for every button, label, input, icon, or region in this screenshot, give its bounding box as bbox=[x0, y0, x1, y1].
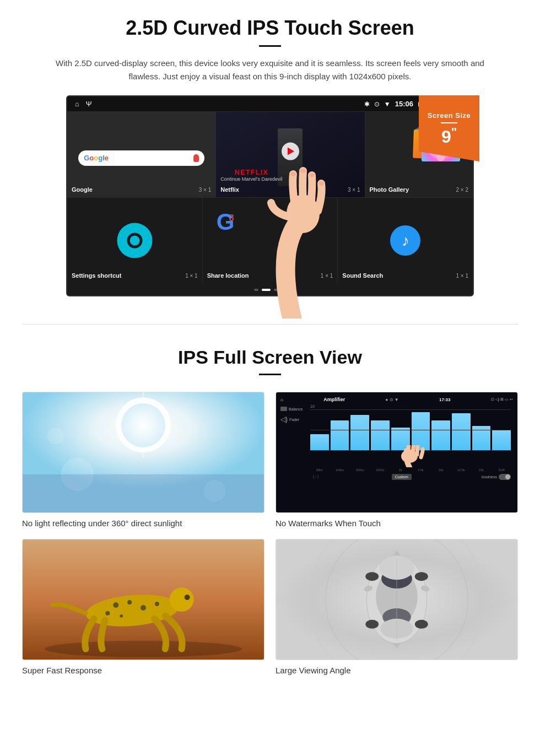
features-grid: No light reflecting under 360° direct su… bbox=[22, 392, 518, 675]
svg-point-32 bbox=[47, 428, 64, 444]
feature-cheetah-label: Super Fast Response bbox=[22, 666, 264, 675]
google-logo: Google bbox=[84, 154, 109, 162]
freq-15k: 15k bbox=[472, 468, 491, 472]
freq-2k5: 2.5k bbox=[412, 468, 430, 472]
svg-rect-11 bbox=[133, 252, 137, 257]
feature-image-amplifier: ⌂ Amplifier ● ⊙ ▼ 17:33 ⊡ ◁) ⊠ ▭ ↩ Balan… bbox=[276, 392, 518, 513]
feature-sunlight: No light reflecting under 360° direct su… bbox=[22, 392, 264, 528]
app-cell-sound[interactable]: ♪ Sound Search 1 × 1 bbox=[338, 198, 473, 283]
feature-image-cheetah bbox=[22, 539, 264, 660]
svg-point-60 bbox=[415, 620, 428, 629]
amplifier-visual: ⌂ Amplifier ● ⊙ ▼ 17:33 ⊡ ◁) ⊠ ▭ ↩ Balan… bbox=[276, 392, 517, 512]
amp-time: 17:33 bbox=[439, 397, 450, 402]
svg-point-58 bbox=[415, 572, 428, 581]
app-row-2: Settings shortcut 1 × 1 G 8 Share locati… bbox=[67, 197, 473, 283]
section1-title: 2.5D Curved IPS Touch Screen bbox=[22, 17, 518, 40]
amp-nav: 〈· 〉 bbox=[310, 474, 321, 480]
badge-label: Screen Size bbox=[428, 111, 471, 120]
freq-100hz: 100hz bbox=[331, 468, 349, 472]
eq-bar-1 bbox=[310, 434, 329, 451]
screen-size-badge: Screen Size 9" bbox=[419, 95, 479, 161]
sound-icon: ♪ bbox=[390, 225, 420, 256]
play-button[interactable] bbox=[282, 142, 299, 160]
dot-3 bbox=[274, 289, 278, 291]
pagination bbox=[67, 283, 473, 295]
google-size: 3 × 1 bbox=[199, 187, 212, 193]
svg-point-38 bbox=[170, 587, 194, 612]
freq-12k5: 12.5k bbox=[452, 468, 471, 472]
eq-scale-top: 10 bbox=[308, 404, 513, 408]
status-time: 15:06 bbox=[395, 100, 413, 108]
netflix-size: 3 × 1 bbox=[348, 187, 360, 193]
section1-description: With 2.5D curved-display screen, this de… bbox=[44, 57, 496, 83]
feature-cheetah: Super Fast Response bbox=[22, 539, 264, 675]
feature-amplifier-label: No Watermarks When Touch bbox=[276, 519, 518, 528]
photogallery-label: Photo Gallery bbox=[370, 186, 409, 193]
sun-glow bbox=[121, 403, 165, 447]
svg-point-59 bbox=[365, 620, 379, 629]
g-letter: G bbox=[217, 209, 235, 235]
custom-btn[interactable]: Custom bbox=[392, 474, 412, 480]
svg-point-43 bbox=[155, 602, 159, 606]
google-label: Google bbox=[72, 186, 93, 193]
section2-title: IPS Full Screen View bbox=[22, 347, 518, 368]
svg-point-41 bbox=[141, 605, 146, 611]
svg-point-34 bbox=[401, 450, 418, 463]
play-triangle-icon bbox=[288, 147, 294, 155]
dot-2-active bbox=[262, 289, 271, 291]
title-underline bbox=[259, 45, 281, 47]
freq-500hz: 500hz bbox=[371, 468, 390, 472]
amp-header-row: ⌂ Amplifier ● ⊙ ▼ 17:33 ⊡ ◁) ⊠ ▭ ↩ bbox=[280, 397, 513, 402]
dot-1 bbox=[254, 289, 258, 291]
svg-rect-33 bbox=[23, 474, 264, 512]
loudness-control: loudness bbox=[482, 474, 511, 480]
amp-main: Balance ◁) Fader 10 bbox=[280, 404, 513, 508]
app-row-1: Google Google 3 × 1 bbox=[67, 111, 473, 197]
app-cell-netflix[interactable]: NETFLIX Continue Marvel's Daredevil Netf… bbox=[216, 112, 365, 197]
photogallery-size: 2 × 2 bbox=[456, 187, 468, 193]
amp-icons: ● ⊙ ▼ bbox=[386, 397, 399, 402]
netflix-info: NETFLIX Continue Marvel's Daredevil bbox=[220, 168, 282, 182]
netflix-logo: NETFLIX bbox=[220, 168, 282, 176]
eq-bar-3 bbox=[350, 415, 369, 451]
app-cell-share[interactable]: G 8 Share location 1 × 1 bbox=[203, 198, 338, 283]
touch-hand-svg bbox=[390, 445, 434, 467]
loudness-label: loudness bbox=[482, 475, 497, 479]
share-size: 1 × 1 bbox=[321, 273, 333, 279]
app-cell-settings[interactable]: Settings shortcut 1 × 1 bbox=[67, 198, 203, 283]
usb-icon: Ψ bbox=[86, 100, 92, 108]
feature-image-sunlight bbox=[22, 392, 264, 513]
freq-10k: 10k bbox=[431, 468, 450, 472]
loudness-toggle[interactable] bbox=[499, 474, 511, 480]
freq-200hz: 200hz bbox=[350, 468, 369, 472]
freq-60hz: 60hz bbox=[310, 468, 329, 472]
amp-title: Amplifier bbox=[323, 397, 345, 402]
dot-4 bbox=[282, 289, 286, 291]
touch-hand-area bbox=[308, 451, 513, 467]
feature-car: Large Viewing Angle bbox=[276, 539, 518, 675]
google-search-bar[interactable]: Google bbox=[78, 150, 204, 166]
amp-home-icon: ⌂ bbox=[280, 397, 283, 402]
eq-freq-labels: 60hz 100hz 200hz 500hz 1k 2.5k 10k 12.5k… bbox=[308, 468, 513, 472]
app-cell-google[interactable]: Google Google 3 × 1 bbox=[67, 112, 216, 197]
svg-point-40 bbox=[127, 600, 132, 604]
car-svg bbox=[276, 539, 517, 660]
screen-mockup-wrap: Screen Size 9" ⌂ Ψ ✱ ⊙ ▼ 15:06 ⊡ ◁) bbox=[66, 95, 474, 296]
amp-bottom-controls: 〈· 〉 Custom loudness bbox=[308, 474, 513, 480]
eq-bar-4 bbox=[371, 420, 390, 451]
section-divider bbox=[22, 324, 518, 325]
section2-underline bbox=[259, 374, 281, 375]
amp-balance: Balance bbox=[280, 407, 308, 411]
volume-symbol: ◁) bbox=[280, 415, 288, 423]
sound-size: 1 × 1 bbox=[456, 273, 468, 279]
eq-bar-8 bbox=[452, 413, 471, 451]
location-icon: ⊙ bbox=[374, 100, 380, 108]
status-bar-left: ⌂ Ψ bbox=[75, 100, 92, 108]
eq-section: 10 bbox=[308, 404, 513, 508]
car-visual bbox=[276, 539, 517, 660]
svg-point-42 bbox=[105, 611, 110, 615]
bluetooth-icon: ✱ bbox=[364, 100, 370, 108]
eq-bar-7 bbox=[431, 420, 450, 451]
share-label: Share location bbox=[207, 272, 249, 279]
sound-label: Sound Search bbox=[342, 272, 383, 279]
